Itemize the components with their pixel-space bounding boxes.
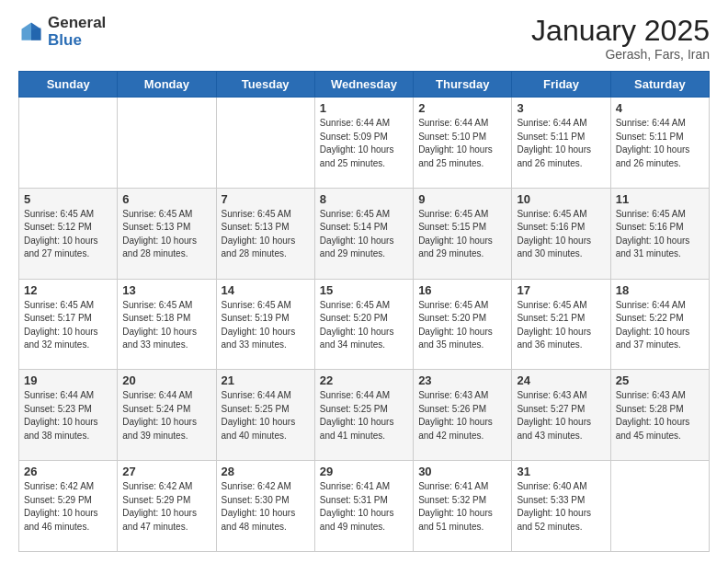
- day-info-text: Sunrise: 6:45 AM Sunset: 5:13 PM Dayligh…: [122, 208, 210, 261]
- calendar-week-row: 12Sunrise: 6:45 AM Sunset: 5:17 PM Dayli…: [19, 279, 710, 370]
- day-info-text: Sunrise: 6:45 AM Sunset: 5:15 PM Dayligh…: [418, 208, 506, 261]
- calendar-cell: 13Sunrise: 6:45 AM Sunset: 5:18 PM Dayli…: [118, 279, 216, 370]
- calendar-cell: 24Sunrise: 6:43 AM Sunset: 5:27 PM Dayli…: [512, 370, 610, 461]
- day-info-text: Sunrise: 6:42 AM Sunset: 5:30 PM Dayligh…: [222, 480, 310, 534]
- day-number: 23: [418, 373, 506, 387]
- day-info-text: Sunrise: 6:40 AM Sunset: 5:33 PM Dayligh…: [517, 480, 605, 534]
- calendar-week-row: 26Sunrise: 6:42 AM Sunset: 5:29 PM Dayli…: [19, 461, 710, 552]
- day-number: 21: [222, 373, 310, 387]
- weekday-header-saturday: Saturday: [610, 72, 709, 98]
- day-info-text: Sunrise: 6:44 AM Sunset: 5:25 PM Dayligh…: [222, 389, 310, 442]
- day-number: 27: [122, 465, 210, 478]
- page: General Blue January 2025 Gerash, Fars, …: [0, 0, 728, 563]
- day-info-text: Sunrise: 6:45 AM Sunset: 5:16 PM Dayligh…: [517, 208, 605, 261]
- logo-blue-text: Blue: [48, 32, 106, 50]
- calendar-cell: 5Sunrise: 6:45 AM Sunset: 5:12 PM Daylig…: [19, 188, 118, 279]
- calendar-cell: 20Sunrise: 6:44 AM Sunset: 5:24 PM Dayli…: [118, 370, 216, 461]
- day-info-text: Sunrise: 6:45 AM Sunset: 5:18 PM Dayligh…: [122, 299, 210, 352]
- calendar-cell: 12Sunrise: 6:45 AM Sunset: 5:17 PM Dayli…: [19, 279, 118, 370]
- day-number: 12: [24, 283, 112, 297]
- calendar-cell: 3Sunrise: 6:44 AM Sunset: 5:11 PM Daylig…: [512, 98, 610, 189]
- calendar-cell: [19, 98, 118, 189]
- calendar-cell: [118, 98, 216, 189]
- day-info-text: Sunrise: 6:42 AM Sunset: 5:29 PM Dayligh…: [122, 480, 210, 534]
- day-number: 26: [24, 465, 112, 478]
- weekday-header-tuesday: Tuesday: [216, 72, 314, 98]
- day-info-text: Sunrise: 6:44 AM Sunset: 5:11 PM Dayligh…: [517, 117, 605, 170]
- calendar-cell: 28Sunrise: 6:42 AM Sunset: 5:30 PM Dayli…: [216, 461, 314, 552]
- day-number: 6: [122, 192, 210, 206]
- day-number: 15: [320, 283, 408, 297]
- calendar-cell: 11Sunrise: 6:45 AM Sunset: 5:16 PM Dayli…: [610, 188, 709, 279]
- day-number: 10: [517, 192, 605, 206]
- calendar-cell: 7Sunrise: 6:45 AM Sunset: 5:13 PM Daylig…: [216, 188, 314, 279]
- day-number: 28: [222, 465, 310, 478]
- calendar-cell: 31Sunrise: 6:40 AM Sunset: 5:33 PM Dayli…: [512, 461, 610, 552]
- day-info-text: Sunrise: 6:43 AM Sunset: 5:27 PM Dayligh…: [517, 389, 605, 442]
- svg-marker-1: [22, 22, 32, 40]
- day-info-text: Sunrise: 6:45 AM Sunset: 5:20 PM Dayligh…: [320, 299, 408, 352]
- title-area: January 2025 Gerash, Fars, Iran: [531, 15, 710, 62]
- calendar-cell: 19Sunrise: 6:44 AM Sunset: 5:23 PM Dayli…: [19, 370, 118, 461]
- day-info-text: Sunrise: 6:45 AM Sunset: 5:19 PM Dayligh…: [222, 299, 310, 352]
- calendar-cell: 14Sunrise: 6:45 AM Sunset: 5:19 PM Dayli…: [216, 279, 314, 370]
- day-info-text: Sunrise: 6:41 AM Sunset: 5:31 PM Dayligh…: [320, 480, 408, 534]
- day-info-text: Sunrise: 6:45 AM Sunset: 5:21 PM Dayligh…: [517, 299, 605, 352]
- day-info-text: Sunrise: 6:44 AM Sunset: 5:25 PM Dayligh…: [320, 389, 408, 442]
- day-info-text: Sunrise: 6:45 AM Sunset: 5:14 PM Dayligh…: [320, 208, 408, 261]
- day-number: 25: [616, 373, 704, 387]
- logo-icon: [18, 19, 44, 45]
- day-number: 19: [24, 373, 112, 387]
- calendar-cell: [216, 98, 314, 189]
- logo: General Blue: [18, 15, 106, 49]
- calendar-cell: 4Sunrise: 6:44 AM Sunset: 5:11 PM Daylig…: [610, 98, 709, 189]
- weekday-header-row: SundayMondayTuesdayWednesdayThursdayFrid…: [19, 72, 710, 98]
- calendar-week-row: 19Sunrise: 6:44 AM Sunset: 5:23 PM Dayli…: [19, 370, 710, 461]
- day-info-text: Sunrise: 6:44 AM Sunset: 5:09 PM Dayligh…: [320, 117, 408, 170]
- calendar-cell: 15Sunrise: 6:45 AM Sunset: 5:20 PM Dayli…: [314, 279, 413, 370]
- day-number: 2: [418, 101, 506, 115]
- calendar-cell: 10Sunrise: 6:45 AM Sunset: 5:16 PM Dayli…: [512, 188, 610, 279]
- calendar-cell: 27Sunrise: 6:42 AM Sunset: 5:29 PM Dayli…: [118, 461, 216, 552]
- day-number: 1: [320, 101, 408, 115]
- calendar-cell: 21Sunrise: 6:44 AM Sunset: 5:25 PM Dayli…: [216, 370, 314, 461]
- calendar-cell: 22Sunrise: 6:44 AM Sunset: 5:25 PM Dayli…: [314, 370, 413, 461]
- weekday-header-wednesday: Wednesday: [314, 72, 413, 98]
- day-info-text: Sunrise: 6:44 AM Sunset: 5:22 PM Dayligh…: [616, 299, 704, 352]
- day-info-text: Sunrise: 6:44 AM Sunset: 5:11 PM Dayligh…: [616, 117, 704, 170]
- day-number: 18: [616, 283, 704, 297]
- day-number: 22: [320, 373, 408, 387]
- location-subtitle: Gerash, Fars, Iran: [531, 47, 710, 62]
- weekday-header-sunday: Sunday: [19, 72, 118, 98]
- weekday-header-monday: Monday: [118, 72, 216, 98]
- day-info-text: Sunrise: 6:45 AM Sunset: 5:13 PM Dayligh…: [222, 208, 310, 261]
- weekday-header-thursday: Thursday: [414, 72, 512, 98]
- calendar-cell: 30Sunrise: 6:41 AM Sunset: 5:32 PM Dayli…: [414, 461, 512, 552]
- day-number: 3: [517, 101, 605, 115]
- day-info-text: Sunrise: 6:44 AM Sunset: 5:23 PM Dayligh…: [24, 389, 112, 442]
- day-info-text: Sunrise: 6:42 AM Sunset: 5:29 PM Dayligh…: [24, 480, 112, 534]
- day-number: 17: [517, 283, 605, 297]
- day-number: 31: [517, 465, 605, 478]
- day-number: 29: [320, 465, 408, 478]
- calendar-cell: 6Sunrise: 6:45 AM Sunset: 5:13 PM Daylig…: [118, 188, 216, 279]
- day-number: 13: [122, 283, 210, 297]
- day-info-text: Sunrise: 6:45 AM Sunset: 5:16 PM Dayligh…: [616, 208, 704, 261]
- day-number: 9: [418, 192, 506, 206]
- day-number: 30: [418, 465, 506, 478]
- day-number: 16: [418, 283, 506, 297]
- day-info-text: Sunrise: 6:44 AM Sunset: 5:10 PM Dayligh…: [418, 117, 506, 170]
- calendar-cell: 8Sunrise: 6:45 AM Sunset: 5:14 PM Daylig…: [314, 188, 413, 279]
- day-number: 4: [616, 101, 704, 115]
- calendar-cell: 18Sunrise: 6:44 AM Sunset: 5:22 PM Dayli…: [610, 279, 709, 370]
- calendar-cell: 16Sunrise: 6:45 AM Sunset: 5:20 PM Dayli…: [414, 279, 512, 370]
- header: General Blue January 2025 Gerash, Fars, …: [18, 15, 710, 62]
- calendar-cell: 9Sunrise: 6:45 AM Sunset: 5:15 PM Daylig…: [414, 188, 512, 279]
- day-number: 11: [616, 192, 704, 206]
- day-info-text: Sunrise: 6:44 AM Sunset: 5:24 PM Dayligh…: [122, 389, 210, 442]
- calendar-cell: 1Sunrise: 6:44 AM Sunset: 5:09 PM Daylig…: [314, 98, 413, 189]
- calendar-week-row: 1Sunrise: 6:44 AM Sunset: 5:09 PM Daylig…: [19, 98, 710, 189]
- day-number: 20: [122, 373, 210, 387]
- day-info-text: Sunrise: 6:45 AM Sunset: 5:20 PM Dayligh…: [418, 299, 506, 352]
- day-number: 7: [222, 192, 310, 206]
